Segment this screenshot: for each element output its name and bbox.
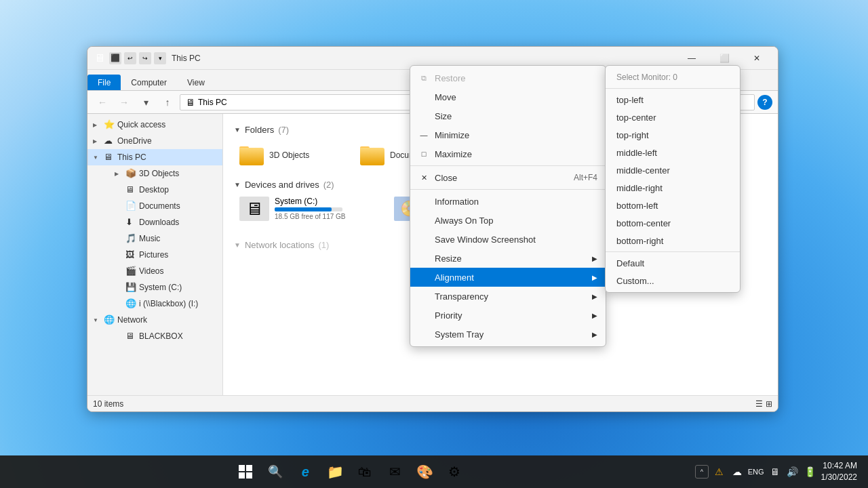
svg-rect-3 [246,472,252,479]
alignment-custom[interactable]: Custom... [606,272,740,289]
menu-item-minimize[interactable]: — Minimize [410,125,606,144]
alignment-middle-right[interactable]: middle-right [606,179,740,197]
drive-c-icon: 💾 [125,282,136,293]
status-bar: 10 items ☰ ⊞ [87,395,778,411]
clock-time: 10:42 AM [821,460,857,472]
file-explorer-taskbar-button[interactable]: 📁 [323,460,347,484]
dropdown-arrow-btn[interactable]: ▾ [154,52,166,64]
alignment-bottom-right[interactable]: bottom-right [606,232,740,249]
alignment-bottom-center[interactable]: bottom-center [606,214,740,232]
alignment-default[interactable]: Default [606,254,740,272]
undo-btn[interactable]: ↩ [124,52,136,64]
settings-button[interactable]: ⚙ [442,460,467,484]
blackbox-icon: 🖥 [125,331,136,342]
music-icon: 🎵 [125,233,136,244]
tab-view[interactable]: View [177,75,215,90]
sidebar-item-i-drive[interactable]: 🌐 i (\\Blackbox) (I:) [98,296,222,312]
address-text: This PC [198,98,227,107]
taskbar-icons: 🔍 e 📁 🛍 ✉ 🎨 ⚙ [5,460,695,484]
drives-expand-icon[interactable]: ▼ [234,181,241,188]
sidebar-item-this-pc[interactable]: ▼ 🖥 This PC [87,149,222,165]
tab-computer[interactable]: Computer [121,75,177,90]
address-icon: 🖥 [186,97,195,108]
volume-icon[interactable]: 🔊 [786,465,800,479]
language-indicator[interactable]: ENG [748,468,764,476]
restore-icon: ⧉ [418,74,429,83]
sidebar-item-blackbox[interactable]: 🖥 BLACKBOX [98,328,222,344]
alignment-top-center[interactable]: top-center [606,108,740,126]
explorer-app-icon: 🖥 [93,53,106,64]
window-title: This PC [166,54,676,63]
sidebar-item-music[interactable]: 🎵 Music [98,230,222,247]
svg-rect-1 [246,465,252,471]
folders-expand-icon[interactable]: ▼ [234,126,241,134]
mail-button[interactable]: ✉ [382,460,407,484]
expand-icon: ▶ [93,138,101,144]
sidebar-item-documents[interactable]: 📄 Documents [98,198,222,214]
search-taskbar-button[interactable]: 🔍 [263,460,288,484]
sidebar-item-pictures[interactable]: 🖼 Pictures [98,247,222,263]
sidebar-item-quick-access[interactable]: ▶ ⭐ Quick access [87,117,222,133]
quick-access-btn[interactable]: ⬛ [109,52,121,64]
maximize-icon: □ [418,150,429,158]
alignment-top-right[interactable]: top-right [606,126,740,144]
alignment-middle-left[interactable]: middle-left [606,144,740,161]
taskbar-right: ^ ⚠ ☁ ENG 🖥 🔊 🔋 10:42 AM 1/30/2022 [695,460,863,483]
submenu-arrow-system-tray: ▶ [592,331,597,338]
view-details-icon[interactable]: ☰ [755,399,763,409]
sidebar-item-videos[interactable]: 🎬 Videos [98,263,222,279]
sidebar-item-system-c[interactable]: 💾 System (C:) [98,279,222,296]
close-button[interactable]: ✕ [741,47,772,70]
menu-item-save-screenshot[interactable]: Save Window Screenshot [410,230,606,249]
folder-3d-objects[interactable]: 3D Objects [234,139,349,171]
pictures-icon: 🖼 [125,249,136,260]
alignment-bottom-left[interactable]: bottom-left [606,197,740,214]
back-button[interactable]: ← [93,94,112,110]
folders-title: Folders [245,125,274,135]
network-taskbar-icon[interactable]: 🖥 [768,465,782,479]
menu-item-close[interactable]: ✕ Close Alt+F4 [410,168,606,187]
sidebar-item-desktop[interactable]: 🖥 Desktop [98,182,222,198]
battery-icon[interactable]: 🔋 [804,465,817,479]
menu-item-transparency[interactable]: Transparency ▶ [410,287,606,306]
edge-browser-button[interactable]: e [293,460,317,484]
taskbar-clock[interactable]: 10:42 AM 1/30/2022 [821,460,857,483]
menu-item-alignment[interactable]: Alignment ▶ [410,268,606,287]
drive-c-bar-fill [275,207,332,211]
tab-file[interactable]: File [87,75,121,90]
menu-item-restore[interactable]: ⧉ Restore [410,68,606,87]
redo-btn[interactable]: ↪ [139,52,151,64]
sidebar-item-3d-objects[interactable]: ▶ 📦 3D Objects [98,165,222,182]
alignment-top-left[interactable]: top-left [606,91,740,108]
alignment-middle-center[interactable]: middle-center [606,161,740,179]
menu-item-maximize[interactable]: □ Maximize [410,144,606,163]
sidebar-label-this-pc: This PC [117,152,146,162]
cloud-icon[interactable]: ☁ [730,465,744,479]
menu-item-always-on-top[interactable]: Always On Top [410,211,606,230]
paint-button[interactable]: 🎨 [412,460,437,484]
store-button[interactable]: 🛍 [353,460,377,484]
menu-item-system-tray[interactable]: System Tray ▶ [410,325,606,344]
expand-icon: ▶ [115,171,123,177]
network-expand-icon[interactable]: ▼ [234,241,241,249]
view-tiles-icon[interactable]: ⊞ [766,399,772,409]
menu-item-information[interactable]: Information [410,192,606,211]
forward-button[interactable]: → [115,94,134,110]
sidebar-item-onedrive[interactable]: ▶ ☁ OneDrive [87,133,222,149]
menu-item-resize[interactable]: Resize ▶ [410,249,606,268]
drive-system-c[interactable]: 🖥 System (C:) 18.5 GB free of 117 GB [234,194,383,232]
submenu-arrow: ▶ [592,255,597,262]
up-button[interactable]: ↑ [158,94,177,110]
title-bar-left: 🖥 ⬛ ↩ ↪ ▾ [93,52,166,64]
menu-item-move[interactable]: Move [410,87,606,106]
recent-button[interactable]: ▾ [136,94,155,110]
warning-icon[interactable]: ⚠ [713,465,726,479]
menu-item-size[interactable]: Size [410,106,606,125]
system-tray-expand[interactable]: ^ [695,465,709,479]
help-button[interactable]: ? [757,95,772,110]
expand-icon: ▼ [93,155,101,161]
menu-item-priority[interactable]: Priority ▶ [410,306,606,325]
sidebar-item-downloads[interactable]: ⬇ Downloads [98,214,222,230]
sidebar-item-network[interactable]: ▼ 🌐 Network [87,312,222,328]
start-button[interactable] [233,460,258,484]
